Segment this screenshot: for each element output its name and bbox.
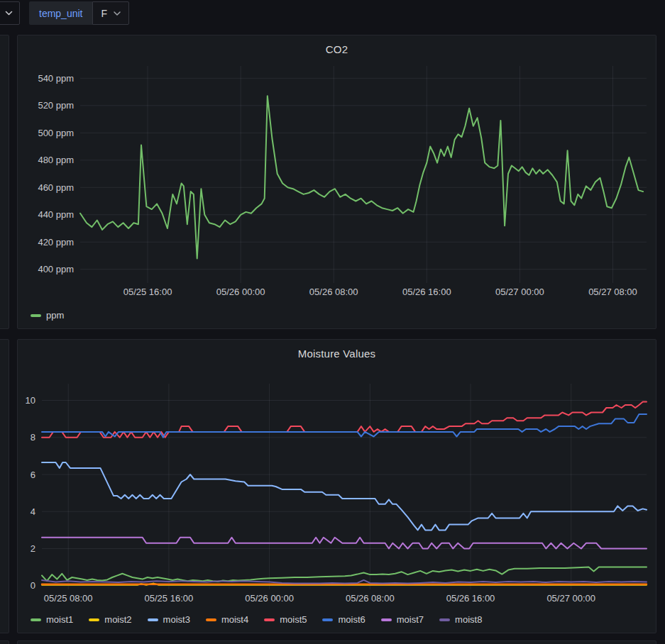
moisture-panel: Moisture Values 108642005/25 08:0005/25 … <box>17 339 656 633</box>
series-line-moist1 <box>42 567 647 582</box>
legend-swatch <box>322 618 333 621</box>
y-tick-label: 6 <box>31 470 35 480</box>
variable-label[interactable]: temp_unit <box>29 1 92 25</box>
x-tick-label: 05/26 00:00 <box>245 593 294 604</box>
template-variable-temp-unit: temp_unit F <box>29 1 129 25</box>
x-tick-label: 05/27 08:00 <box>588 287 637 297</box>
y-tick-label: 520 ppm <box>38 100 74 111</box>
legend-item-moist4[interactable]: moist4 <box>206 614 248 625</box>
legend-item-moist3[interactable]: moist3 <box>148 614 190 625</box>
partial-left-panel <box>0 339 9 633</box>
chevron-down-icon <box>114 11 121 16</box>
series-line-moist3 <box>42 462 647 530</box>
y-tick-label: 480 ppm <box>38 155 74 165</box>
legend-item-moist5[interactable]: moist5 <box>264 614 307 625</box>
x-tick-label: 05/26 08:00 <box>309 287 358 297</box>
x-tick-label: 05/26 16:00 <box>402 287 451 297</box>
y-tick-label: 8 <box>31 432 35 443</box>
series-line-moist7 <box>42 538 647 549</box>
partial-left-panel <box>0 35 9 329</box>
legend-swatch <box>89 618 99 621</box>
y-tick-label: 540 ppm <box>38 73 74 84</box>
y-tick-label: 440 ppm <box>38 209 74 220</box>
legend-swatch <box>206 618 216 621</box>
co2-chart[interactable]: 540 ppm520 ppm500 ppm480 ppm460 ppm440 p… <box>18 35 656 328</box>
legend-label: moist1 <box>46 614 73 625</box>
legend-swatch <box>381 618 392 621</box>
co2-panel: CO2 540 ppm520 ppm500 ppm480 ppm460 ppm4… <box>17 35 656 329</box>
grafana-dashboard: { "topbar": { "variable_label": "temp_un… <box>0 0 665 644</box>
chart-svg: 540 ppm520 ppm500 ppm480 ppm460 ppm440 p… <box>18 35 656 328</box>
legend-swatch <box>31 314 41 317</box>
chart-svg: 108642005/25 08:0005/25 16:0005/26 00:00… <box>18 340 656 633</box>
y-tick-label: 460 ppm <box>38 182 74 193</box>
y-tick-label: 10 <box>26 395 35 406</box>
legend-label: moist4 <box>221 614 248 625</box>
co2-legend: ppm <box>31 310 64 321</box>
legend-label: moist2 <box>104 614 131 625</box>
y-tick-label: 420 ppm <box>38 237 74 248</box>
legend-swatch <box>439 618 450 621</box>
legend-item-moist7[interactable]: moist7 <box>381 614 424 625</box>
y-tick-label: 400 ppm <box>38 264 74 274</box>
moisture-chart[interactable]: 108642005/25 08:0005/25 16:0005/26 00:00… <box>18 340 656 633</box>
partial-bottom-panel <box>17 640 656 644</box>
legend-item-moist1[interactable]: moist1 <box>31 614 73 625</box>
y-tick-label: 2 <box>31 543 35 554</box>
chevron-down-icon <box>5 11 13 16</box>
legend-item-moist6[interactable]: moist6 <box>322 614 365 625</box>
legend-label: moist8 <box>455 614 482 625</box>
legend-swatch <box>264 618 275 621</box>
legend-item-moist8[interactable]: moist8 <box>439 614 482 625</box>
x-tick-label: 05/25 08:00 <box>44 593 93 604</box>
cutoff-dropdown-control[interactable] <box>0 1 20 25</box>
x-tick-label: 05/25 16:00 <box>123 287 172 297</box>
y-tick-label: 4 <box>31 506 35 517</box>
series-line-ppm <box>80 96 643 258</box>
dashboard-toolbar: temp_unit F <box>0 0 665 28</box>
y-tick-label: 500 ppm <box>38 128 74 138</box>
y-tick-label: 0 <box>31 580 35 591</box>
legend-swatch <box>148 618 158 621</box>
x-tick-label: 05/26 16:00 <box>446 593 495 604</box>
x-tick-label: 05/26 00:00 <box>216 287 265 297</box>
x-tick-label: 05/27 00:00 <box>546 593 595 604</box>
legend-label: moist7 <box>397 614 424 625</box>
variable-value-dropdown[interactable]: F <box>92 1 129 25</box>
moisture-legend: moist1moist2moist3moist4moist5moist6mois… <box>31 614 482 625</box>
series-line-moist8 <box>42 580 647 584</box>
legend-label: moist3 <box>163 614 190 625</box>
legend-label: moist5 <box>280 614 307 625</box>
x-tick-label: 05/27 00:00 <box>495 287 544 297</box>
legend-label: ppm <box>46 310 64 321</box>
legend-item-ppm[interactable]: ppm <box>31 310 64 321</box>
legend-item-moist2[interactable]: moist2 <box>89 614 131 625</box>
legend-label: moist6 <box>338 614 365 625</box>
partial-left-panel <box>0 640 9 644</box>
variable-value-text: F <box>101 8 107 19</box>
x-tick-label: 05/25 16:00 <box>145 593 194 604</box>
legend-swatch <box>31 618 41 621</box>
x-tick-label: 05/26 08:00 <box>346 593 395 604</box>
